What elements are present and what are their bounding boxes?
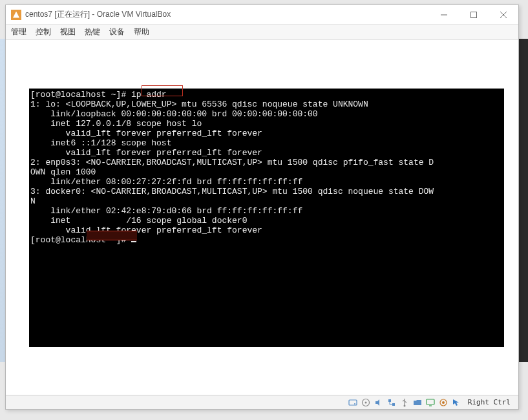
svg-rect-4 [349,400,357,405]
menu-devices[interactable]: 设备 [109,26,125,37]
background-left-sliver [0,39,5,362]
terminal-line: 2: enp0s3: <NO-CARRIER,BROADCAST,MULTICA… [30,158,434,167]
terminal-line: inet /16 scope global docker0 [30,216,247,226]
minimize-button[interactable] [429,5,459,25]
svg-point-16 [442,401,445,404]
shared-folders-icon[interactable] [412,397,423,408]
terminal-line: inet6 ::1/128 scope host [30,138,171,148]
host-key-indicator[interactable]: Right Ctrl [464,398,514,406]
titlebar[interactable]: centos7 [正在运行] - Oracle VM VirtualBox [6,5,518,25]
menu-manage[interactable]: 管理 [11,26,26,37]
svg-rect-8 [388,399,391,402]
window-controls [429,5,518,25]
menu-hotkeys[interactable]: 热键 [85,26,100,37]
statusbar: Right Ctrl [6,395,518,409]
terminal-line: valid_lft forever preferred_lft forever [30,226,262,235]
terminal-line: 1: lo: <LOOPBACK,UP,LOWER_UP> mtu 65536 … [30,100,368,109]
terminal-line: N [30,196,36,206]
virtualbox-window: centos7 [正在运行] - Oracle VM VirtualBox 管理… [5,5,519,410]
hard-disk-icon[interactable] [348,397,358,408]
terminal-line: valid_lft forever preferred_lft forever [30,129,262,138]
terminal-line: link/loopback 00:00:00:00:00:00 brd 00:0… [30,109,318,119]
close-button[interactable] [489,5,518,25]
recording-icon[interactable] [438,397,449,408]
menu-help[interactable]: 帮助 [134,26,149,37]
minimize-icon [441,12,447,18]
menubar: 管理 控制 视图 热键 设备 帮助 [6,25,518,40]
command-text: ip addr [131,90,167,100]
svg-point-7 [364,401,366,403]
window-title: centos7 [正在运行] - Oracle VM VirtualBox [25,9,171,20]
maximize-button[interactable] [459,5,489,25]
menu-view[interactable]: 视图 [60,26,76,37]
terminal-line: link/ether 08:00:27:27:2f:fd brd ff:ff:f… [30,177,302,187]
svg-rect-13 [427,399,434,404]
network-icon[interactable] [386,397,397,408]
terminal-line: 3: docker0: <NO-CARRIER,BROADCAST,MULTIC… [30,187,434,196]
svg-point-5 [354,403,355,404]
prompt: [root@localhost ~]# [30,235,131,245]
prompt: [root@localhost ~]# [30,90,131,100]
svg-point-12 [403,404,405,406]
usb-icon[interactable] [399,397,410,408]
menu-control[interactable]: 控制 [36,26,51,37]
cursor [131,241,136,242]
display-icon[interactable] [425,397,436,408]
close-icon [500,12,507,18]
background-right-sliver [519,39,528,362]
svg-rect-1 [471,12,477,17]
terminal-line: OWN qlen 1000 [30,167,96,177]
terminal-line: link/ether 02:42:e8:79:d0:66 brd ff:ff:f… [30,206,302,216]
audio-icon[interactable] [374,397,384,408]
maximize-icon [470,12,477,18]
mouse-integration-icon[interactable] [451,397,461,408]
terminal-line: inet 127.0.0.1/8 scope host lo [30,119,202,129]
terminal-line: valid_lft forever preferred_lft forever [30,148,262,158]
optical-disk-icon[interactable] [361,397,371,408]
vm-display-area[interactable]: [root@localhost ~]# ip addr 1: lo: <LOOP… [6,40,518,395]
app-icon [11,10,21,20]
terminal[interactable]: [root@localhost ~]# ip addr 1: lo: <LOOP… [29,89,504,347]
